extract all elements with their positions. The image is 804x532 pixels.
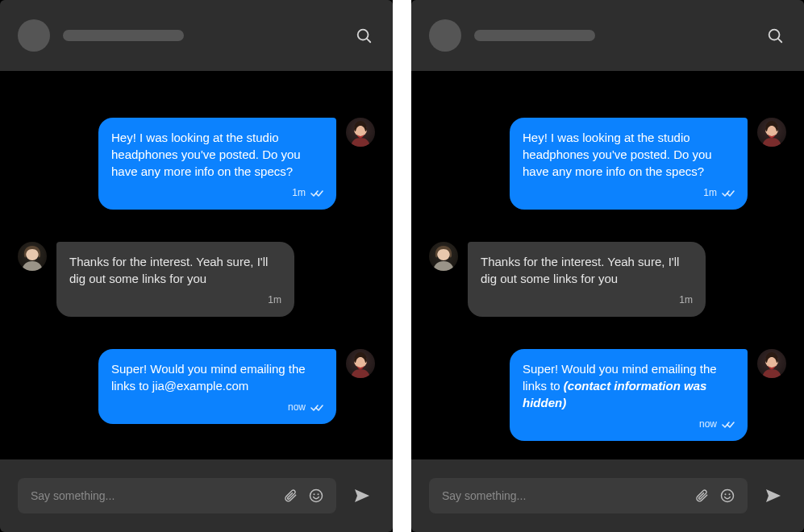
search-button[interactable] xyxy=(352,24,375,47)
message-bubble-outgoing[interactable]: Super! Would you mind emailing the links… xyxy=(510,349,748,441)
message-time: 1m xyxy=(268,292,281,309)
message-input[interactable] xyxy=(31,489,275,502)
avatar xyxy=(346,349,375,378)
chat-pane-right: Hey! I was looking at the studio headpho… xyxy=(411,0,804,532)
message-row: Thanks for the interest. Yeah sure, I'll… xyxy=(429,242,786,317)
message-bubble-outgoing[interactable]: Hey! I was looking at the studio headpho… xyxy=(510,118,748,210)
message-time: now xyxy=(699,416,717,433)
message-text: Hey! I was looking at the studio headpho… xyxy=(523,131,712,178)
composer xyxy=(18,478,336,513)
avatar xyxy=(346,118,375,147)
message-bubble-outgoing[interactable]: Super! Would you mind emailing the links… xyxy=(98,349,336,424)
search-button[interactable] xyxy=(764,24,786,47)
message-time: 1m xyxy=(679,292,693,309)
search-icon xyxy=(766,27,784,44)
conversation: Hey! I was looking at the studio headpho… xyxy=(0,71,393,459)
message-text: Hey! I was looking at the studio headpho… xyxy=(111,131,301,178)
smile-icon xyxy=(308,488,324,504)
message-text: Thanks for the interest. Yeah sure, I'll… xyxy=(69,255,268,285)
message-row: Hey! I was looking at the studio headpho… xyxy=(429,118,786,210)
avatar xyxy=(757,118,786,147)
double-check-icon xyxy=(722,189,735,198)
contact-name-placeholder xyxy=(474,30,595,41)
message-text: Thanks for the interest. Yeah sure, I'll… xyxy=(481,255,679,285)
send-icon xyxy=(764,486,783,505)
message-row: Hey! I was looking at the studio headpho… xyxy=(18,118,375,210)
message-time: 1m xyxy=(703,185,717,202)
double-check-icon xyxy=(310,403,323,413)
avatar xyxy=(18,242,47,271)
message-row: Super! Would you mind emailing the links… xyxy=(429,349,786,441)
send-icon xyxy=(352,486,372,505)
composer xyxy=(429,478,748,513)
message-bubble-outgoing[interactable]: Hey! I was looking at the studio headpho… xyxy=(98,118,336,210)
emoji-button[interactable] xyxy=(306,485,327,506)
chat-header xyxy=(0,0,393,71)
emoji-button[interactable] xyxy=(717,485,738,506)
message-bubble-incoming[interactable]: Thanks for the interest. Yeah sure, I'll… xyxy=(56,242,294,317)
attach-button[interactable] xyxy=(691,485,712,506)
pane-divider xyxy=(393,0,411,532)
smile-icon xyxy=(719,488,735,504)
send-button[interactable] xyxy=(349,483,375,509)
conversation: Hey! I was looking at the studio headpho… xyxy=(411,71,804,459)
composer-bar xyxy=(411,459,804,532)
message-row: Super! Would you mind emailing the links… xyxy=(18,349,375,424)
contact-avatar-placeholder xyxy=(429,19,461,52)
message-text: Super! Would you mind emailing the links… xyxy=(111,362,306,393)
paperclip-icon xyxy=(282,488,298,504)
message-time: now xyxy=(288,399,306,416)
avatar xyxy=(757,349,786,378)
message-bubble-incoming[interactable]: Thanks for the interest. Yeah sure, I'll… xyxy=(468,242,706,317)
send-button[interactable] xyxy=(760,483,786,509)
attach-button[interactable] xyxy=(280,485,301,506)
contact-avatar-placeholder xyxy=(18,19,50,52)
double-check-icon xyxy=(310,189,323,198)
contact-name-placeholder xyxy=(63,30,184,41)
message-input[interactable] xyxy=(442,489,686,502)
search-icon xyxy=(355,27,373,44)
paperclip-icon xyxy=(694,488,710,504)
message-row: Thanks for the interest. Yeah sure, I'll… xyxy=(18,242,375,317)
double-check-icon xyxy=(722,420,735,430)
composer-bar xyxy=(0,459,393,532)
avatar xyxy=(429,242,458,271)
chat-header xyxy=(411,0,804,71)
chat-pane-left: Hey! I was looking at the studio headpho… xyxy=(0,0,393,532)
message-time: 1m xyxy=(292,185,306,202)
